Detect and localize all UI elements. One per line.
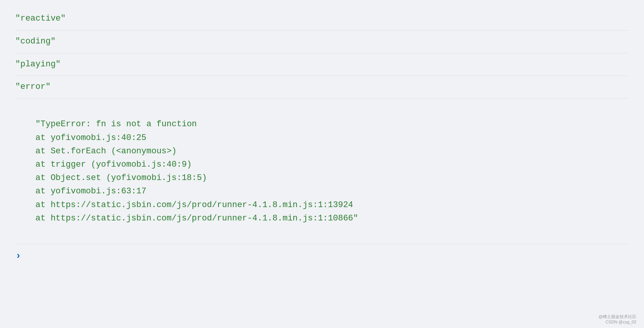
console-line-reactive: "reactive" [15, 8, 629, 31]
console-line-error-label: "error" [15, 76, 629, 99]
chevron-icon: › [15, 250, 21, 262]
watermark: @稀土掘金技术社区 CSDN @cyg_02 [599, 314, 636, 324]
console-line-coding: "coding" [15, 31, 629, 53]
console-line-playing: "playing" [15, 53, 629, 76]
console-container: "reactive" "coding" "playing" "error" "T… [0, 0, 644, 328]
console-line-typeerror: "TypeError: fn is not a function at yofi… [15, 99, 629, 244]
prompt-line: › [15, 244, 629, 268]
